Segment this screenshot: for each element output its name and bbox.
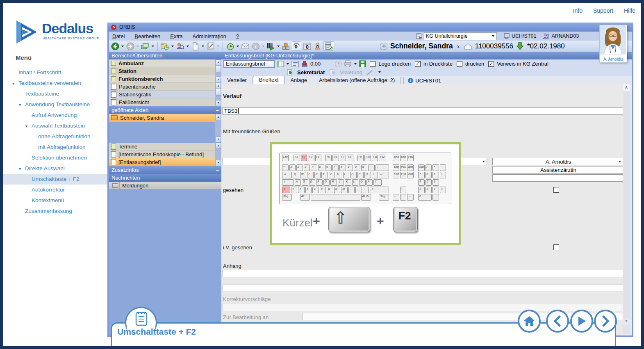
scroll-down-icon[interactable]: ▼ — [623, 318, 630, 325]
list-view-icon[interactable] — [291, 61, 299, 67]
scroll-thumb[interactable] — [216, 89, 221, 96]
scroll-down-icon[interactable]: ▼ — [216, 160, 221, 166]
scroll-up-icon[interactable]: ▲ — [216, 83, 221, 89]
counter-reload-button[interactable]: 0 — [292, 41, 301, 51]
open-files-header[interactable]: geöffnete Akten – — [109, 106, 221, 114]
sekretariat-icon[interactable] — [286, 69, 293, 75]
sidebar-item-anwendung-textbausteine[interactable]: ▾Anwendung Textbausteine — [3, 99, 107, 110]
explorer-row-fallübersicht[interactable]: Fallübersicht — [109, 98, 215, 106]
signer-name-combo[interactable]: A. Arnoldis — [492, 158, 623, 165]
open-files-scrollbar[interactable]: ▲▼ — [215, 114, 221, 143]
hilfe-link[interactable]: Hilfe — [624, 7, 635, 14]
tab-arbeitslisten-offene-aufträge-2[interactable]: Arbeitslisten (offene Aufträge: 2) — [313, 77, 401, 84]
expander-icon[interactable]: ▾ — [25, 121, 32, 132]
back-button[interactable] — [111, 42, 119, 50]
sidebar-item-textbausteine[interactable]: Textbausteine — [3, 89, 107, 99]
document-type-box[interactable]: Entlassungsbrief — [223, 60, 275, 68]
next-button[interactable] — [594, 310, 617, 333]
mail-button[interactable] — [241, 42, 250, 50]
checkbox-drucken[interactable] — [457, 61, 462, 67]
folders-button[interactable] — [141, 42, 150, 50]
stopwatch-button[interactable] — [226, 42, 234, 50]
new-document-button[interactable] — [191, 42, 200, 50]
server-status-button[interactable] — [323, 41, 334, 51]
explorer-row-patientensuche[interactable]: Patientensuche — [109, 83, 215, 91]
corrections-input[interactable] — [223, 304, 623, 311]
department-combo[interactable]: KG Unfallchirurgie — [424, 32, 497, 40]
forward-button[interactable] — [126, 42, 134, 50]
window-titlebar[interactable]: ORBIS — [107, 23, 633, 32]
explorer-row-schneider-sandra[interactable]: Schneider, Sandra — [109, 114, 215, 122]
seen-checkbox[interactable] — [553, 187, 559, 193]
extras-header[interactable]: Zusatzinfos – — [109, 166, 221, 174]
attachment-input-1[interactable] — [223, 270, 623, 277]
sidebar-item-direkte-auswahl[interactable]: ▾Direkte Auswahl — [3, 163, 107, 174]
sidebar-item-autokorrektur[interactable]: Autokorrektur — [3, 185, 107, 195]
expander-icon[interactable]: ▾ — [19, 100, 25, 110]
checkbox-logo-drucken[interactable] — [370, 61, 375, 67]
explorer-row-termine[interactable]: Termine — [109, 143, 215, 151]
sidebar-item-mit-abfragefunktion[interactable]: mit Abfragefunktion — [3, 142, 107, 153]
scroll-up-icon[interactable]: ∧ — [623, 84, 630, 91]
tab-anlage[interactable]: Anlage — [284, 77, 313, 84]
checkbox-verweis-in-kg-zentral[interactable]: ✓ — [488, 61, 494, 67]
tab-uch-st01[interactable]: iUCH/ST01 — [403, 77, 445, 84]
chevron-down-icon[interactable] — [619, 161, 621, 162]
info-link[interactable]: Info — [573, 7, 583, 14]
explorer-row-station[interactable]: Station — [109, 67, 215, 75]
back-caret-icon[interactable] — [121, 46, 124, 47]
explorer-row-ambulanz[interactable]: Ambulanz — [109, 59, 215, 67]
collapse-icon[interactable]: – — [216, 52, 219, 59]
tab-brieftext[interactable]: Brieftext — [253, 76, 285, 84]
checkbox-in-druckliste[interactable]: ✓ — [415, 61, 421, 67]
view-scrollbar[interactable]: ▲▼ — [215, 83, 221, 106]
explorer-row-entlassungsbrief[interactable]: [Entlassungsbrief] — [109, 158, 215, 166]
select-patient-icon[interactable] — [380, 43, 387, 50]
scroll-thumb[interactable] — [216, 65, 221, 72]
new-document-caret-icon[interactable] — [202, 46, 204, 47]
menu-bearbeiten[interactable]: Bearbeiten — [134, 33, 160, 39]
chevron-down-icon[interactable] — [482, 161, 485, 162]
worklist-caret-icon[interactable] — [171, 46, 174, 47]
support-link[interactable]: Support — [593, 7, 613, 14]
previous-button[interactable] — [546, 310, 569, 333]
menu-extra[interactable]: Extra — [170, 33, 182, 39]
sidebar-item-inhalt-fortschritt[interactable]: Inhalt / Fortschritt — [3, 67, 107, 78]
play-button[interactable] — [570, 310, 593, 333]
messages-header[interactable]: Nachrichten — [109, 174, 221, 182]
sekretariat-action[interactable]: Sekretariat — [297, 69, 325, 75]
scroll-up-icon[interactable]: ▲ — [216, 114, 221, 120]
expander-icon[interactable]: ▾ — [19, 164, 25, 174]
sidebar-item-auswahl-textbaustein[interactable]: ▾Auswahl Textbaustein — [3, 121, 107, 131]
collapse-icon[interactable]: – — [216, 167, 219, 173]
sidebar-item-kontextmenü[interactable]: Kontextmenü — [3, 195, 107, 206]
signature-caret-icon[interactable] — [378, 71, 381, 73]
scroll-up-icon[interactable]: ▲ — [216, 143, 221, 149]
expander-icon[interactable]: ▾ — [12, 78, 18, 89]
sidebar-item-textbausteine-verwenden[interactable]: ▾Textbausteine verwenden — [3, 78, 107, 89]
iv-seen-checkbox[interactable] — [553, 244, 559, 250]
home-button[interactable] — [518, 310, 541, 333]
content-scrollbar[interactable]: ∧ ▼ — [623, 84, 630, 334]
person-counter-button[interactable]: 0 — [313, 42, 322, 50]
document-scrollbar[interactable]: ▲▼ — [215, 143, 221, 166]
worklist-clock-button[interactable] — [161, 42, 169, 50]
patient-search-caret-icon[interactable] — [187, 46, 189, 47]
folders-caret-icon[interactable] — [152, 46, 154, 47]
signer-role-field[interactable]: Assistenzärztin — [492, 166, 623, 173]
patient-search-button[interactable] — [176, 42, 184, 50]
menu-datei[interactable]: Datei — [112, 33, 125, 39]
print-icon[interactable] — [344, 60, 352, 67]
sidebar-item-zusammenfassung[interactable]: Zusammenfassung — [3, 206, 107, 217]
verlauf-input[interactable]: TBS3 — [223, 107, 623, 114]
sidebar-item-ohne-abfragefunktion[interactable]: ohne Abfragefunktion — [3, 131, 107, 142]
scroll-up-icon[interactable]: ▲ — [216, 59, 221, 66]
scroll-down-icon[interactable]: ▼ — [216, 100, 221, 106]
layout-caret-icon[interactable] — [287, 63, 289, 65]
explorer-row-internistische-endoskopie-befund[interactable]: [Internistische Endoskopie - Befund] — [109, 151, 215, 158]
edit-document-button[interactable] — [206, 42, 215, 50]
stopwatch-caret-icon[interactable] — [237, 46, 239, 47]
sidebar-item-selektion-übernehmen[interactable]: Selektion übernehmen — [3, 153, 107, 163]
explorer-row-funktionsbereich[interactable]: Funktionsbereich — [109, 75, 215, 83]
explorer-row-meldungen[interactable]: Meldungen — [109, 182, 221, 189]
